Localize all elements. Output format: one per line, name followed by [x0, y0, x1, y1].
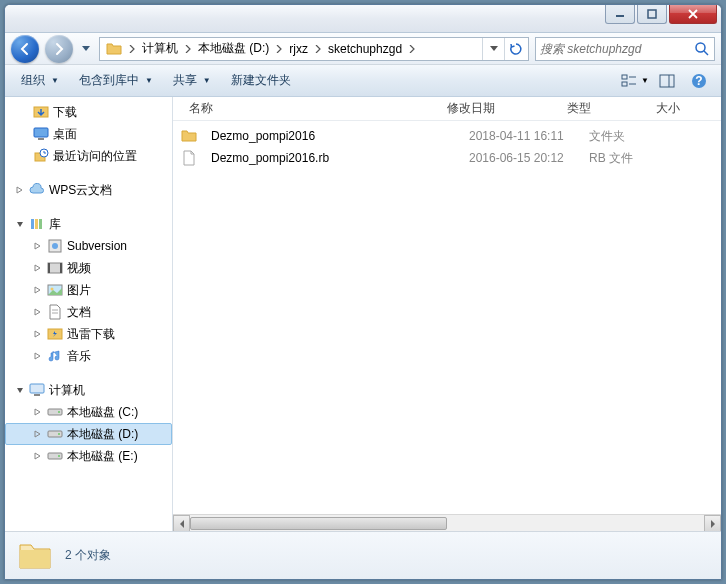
include-library-button[interactable]: 包含到库中▼	[71, 68, 161, 93]
chevron-right-icon[interactable]	[126, 39, 138, 59]
share-button[interactable]: 共享▼	[165, 68, 219, 93]
expand-icon[interactable]	[33, 241, 43, 251]
expand-icon[interactable]	[33, 329, 43, 339]
scroll-track[interactable]	[190, 515, 704, 531]
collapse-icon[interactable]	[15, 219, 25, 229]
folder-icon	[181, 128, 197, 144]
address-bar[interactable]: 计算机 本地磁盘 (D:) rjxz sketchuphzgd	[99, 37, 529, 61]
sidebar-item-computer[interactable]: 计算机	[5, 379, 172, 401]
column-header-name[interactable]: 名称	[181, 100, 439, 117]
sidebar-item-videos[interactable]: 视频	[5, 257, 172, 279]
status-bar: 2 个对象	[5, 531, 721, 579]
toolbar: 组织▼ 包含到库中▼ 共享▼ 新建文件夹 ▼ ?	[5, 65, 721, 97]
svg-line-3	[704, 51, 708, 55]
breadcrumb: 计算机 本地磁盘 (D:) rjxz sketchuphzgd	[126, 39, 482, 59]
svg-text:?: ?	[695, 74, 702, 88]
file-list[interactable]: Dezmo_pompi2016 2018-04-11 16:11 文件夹 Dez…	[173, 121, 721, 514]
svg-rect-4	[622, 75, 627, 79]
preview-pane-button[interactable]	[653, 69, 681, 93]
file-list-pane: 名称 修改日期 类型 大小 Dezmo_pompi2016 2018-04-11…	[173, 97, 721, 531]
column-header-date[interactable]: 修改日期	[439, 100, 559, 117]
maximize-button[interactable]	[637, 4, 667, 24]
refresh-button[interactable]	[504, 38, 526, 60]
svg-rect-14	[38, 138, 44, 140]
sidebar-item-drive-c[interactable]: 本地磁盘 (C:)	[5, 401, 172, 423]
recent-icon	[33, 148, 49, 164]
sidebar-item-wps[interactable]: WPS云文档	[5, 179, 172, 201]
sidebar-item-downloads[interactable]: 下载	[5, 101, 172, 123]
scroll-left-button[interactable]	[173, 515, 190, 531]
sidebar-item-pictures[interactable]: 图片	[5, 279, 172, 301]
svg-point-35	[58, 433, 60, 435]
breadcrumb-item[interactable]: 本地磁盘 (D:)	[194, 40, 273, 57]
sidebar-item-music[interactable]: 音乐	[5, 345, 172, 367]
forward-button[interactable]	[45, 35, 73, 63]
sidebar-item-libraries[interactable]: 库	[5, 213, 172, 235]
breadcrumb-item[interactable]: 计算机	[138, 40, 182, 57]
tree-label: 下载	[53, 104, 77, 121]
column-headers: 名称 修改日期 类型 大小	[173, 97, 721, 121]
tree-label: 计算机	[49, 382, 85, 399]
expand-icon[interactable]	[33, 451, 43, 461]
scroll-right-button[interactable]	[704, 515, 721, 531]
view-options-button[interactable]: ▼	[621, 69, 649, 93]
downloads-icon	[33, 104, 49, 120]
organize-button[interactable]: 组织▼	[13, 68, 67, 93]
library-icon	[29, 216, 45, 232]
column-header-size[interactable]: 大小	[639, 100, 689, 117]
sidebar-item-recent[interactable]: 最近访问的位置	[5, 145, 172, 167]
tree-label: 最近访问的位置	[53, 148, 137, 165]
column-header-type[interactable]: 类型	[559, 100, 639, 117]
sidebar-item-subversion[interactable]: Subversion	[5, 235, 172, 257]
sidebar-item-documents[interactable]: 文档	[5, 301, 172, 323]
help-button[interactable]: ?	[685, 69, 713, 93]
music-icon	[47, 348, 63, 364]
svg-rect-30	[30, 384, 44, 393]
chevron-right-icon[interactable]	[406, 39, 418, 59]
drive-icon	[47, 404, 63, 420]
expand-icon[interactable]	[33, 429, 43, 439]
file-type: 文件夹	[581, 128, 661, 145]
search-input[interactable]	[540, 42, 694, 56]
sidebar-item-desktop[interactable]: 桌面	[5, 123, 172, 145]
file-row[interactable]: Dezmo_pompi2016.rb 2016-06-15 20:12 RB 文…	[173, 147, 721, 169]
svg-point-33	[58, 411, 60, 413]
expand-icon[interactable]	[33, 407, 43, 417]
sidebar-item-xunlei[interactable]: 迅雷下载	[5, 323, 172, 345]
scroll-thumb[interactable]	[190, 517, 447, 530]
search-box[interactable]	[535, 37, 715, 61]
nav-history-dropdown[interactable]	[79, 39, 93, 59]
chevron-right-icon[interactable]	[312, 39, 324, 59]
expand-icon[interactable]	[33, 263, 43, 273]
sidebar-item-drive-d[interactable]: 本地磁盘 (D:)	[5, 423, 172, 445]
svg-rect-5	[622, 82, 627, 86]
window-controls	[605, 4, 717, 24]
close-button[interactable]	[669, 4, 717, 24]
minimize-button[interactable]	[605, 4, 635, 24]
tree-label: 库	[49, 216, 61, 233]
chevron-right-icon[interactable]	[182, 39, 194, 59]
documents-icon	[47, 304, 63, 320]
chevron-right-icon[interactable]	[273, 39, 285, 59]
expand-icon[interactable]	[15, 185, 25, 195]
collapse-icon[interactable]	[15, 385, 25, 395]
expand-icon[interactable]	[33, 285, 43, 295]
xunlei-icon	[47, 326, 63, 342]
file-date: 2018-04-11 16:11	[461, 129, 581, 143]
file-row[interactable]: Dezmo_pompi2016 2018-04-11 16:11 文件夹	[173, 125, 721, 147]
horizontal-scrollbar[interactable]	[173, 514, 721, 531]
sidebar-item-drive-e[interactable]: 本地磁盘 (E:)	[5, 445, 172, 467]
expand-icon[interactable]	[33, 307, 43, 317]
expand-icon[interactable]	[33, 351, 43, 361]
navigation-bar: 计算机 本地磁盘 (D:) rjxz sketchuphzgd	[5, 33, 721, 65]
new-folder-button[interactable]: 新建文件夹	[223, 68, 299, 93]
breadcrumb-item[interactable]: rjxz	[285, 42, 312, 56]
svg-rect-13	[34, 128, 48, 137]
tree-label: 桌面	[53, 126, 77, 143]
back-button[interactable]	[11, 35, 39, 63]
search-icon[interactable]	[694, 41, 710, 57]
address-dropdown[interactable]	[482, 38, 504, 60]
computer-icon	[29, 382, 45, 398]
svg-rect-24	[60, 263, 62, 273]
breadcrumb-item[interactable]: sketchuphzgd	[324, 42, 406, 56]
